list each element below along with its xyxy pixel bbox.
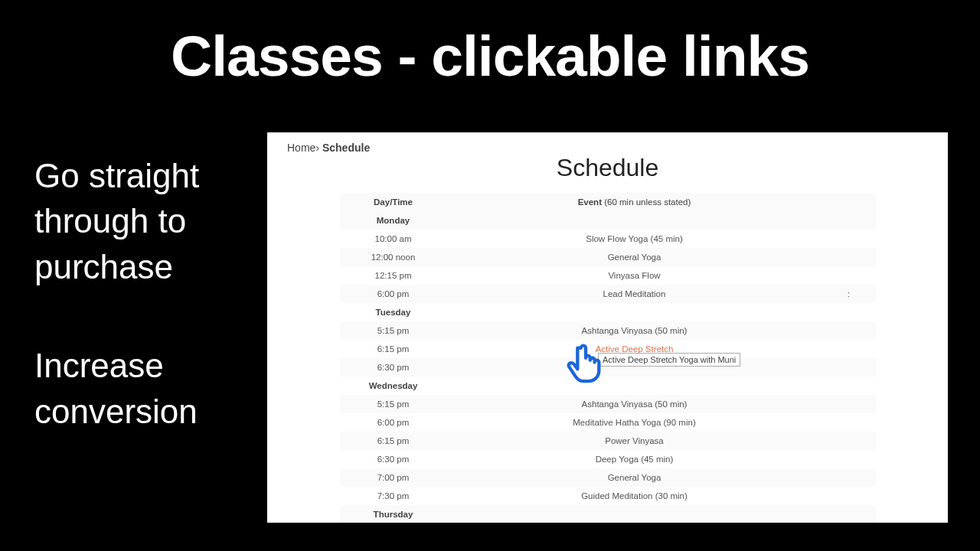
- app-screenshot: Home› Schedule Schedule Day/Time Event (…: [267, 132, 948, 523]
- marketing-copy: Go straight through to purchase Increase…: [34, 153, 199, 434]
- time-cell: Wednesday: [340, 381, 447, 390]
- time-cell: 7:00 pm: [340, 473, 447, 482]
- event-cell: General Yoga: [447, 253, 822, 262]
- slide-title: Classes - clickable links: [0, 23, 980, 89]
- cursor-hand-icon: [566, 344, 603, 383]
- table-row: 5:15 pmAshtanga Vinyasa (50 min): [340, 321, 876, 340]
- time-cell: 6:15 pm: [340, 344, 447, 354]
- breadcrumb-sep: ›: [315, 142, 319, 154]
- table-row: 6:00 pmLead Meditation:: [340, 285, 876, 303]
- breadcrumb-home[interactable]: Home: [287, 142, 315, 154]
- link-tooltip: Active Deep Stretch Yoga with Muni: [598, 353, 740, 367]
- col-daytime: Day/Time: [340, 197, 447, 207]
- breadcrumb-current: Schedule: [322, 142, 370, 154]
- time-cell: 6:15 pm: [340, 436, 447, 445]
- time-cell: Tuesday: [340, 308, 447, 317]
- event-cell: Meditative Hatha Yoga (90 min): [447, 418, 822, 427]
- col-event: Event (60 min unless stated): [447, 197, 822, 207]
- page-title: Schedule: [267, 154, 948, 182]
- event-cell: Slow Flow Yoga (45 min): [447, 234, 822, 243]
- breadcrumb: Home› Schedule: [267, 132, 948, 154]
- day-heading-row: Tuesday: [340, 303, 876, 321]
- table-row: 12:00 noonGeneral Yoga: [340, 248, 876, 266]
- event-cell: Ashtanga Vinyasa (50 min): [447, 399, 822, 409]
- time-cell: 6:00 pm: [340, 418, 447, 427]
- time-cell: 10:00 am: [340, 234, 447, 243]
- copy-line: through to: [34, 198, 199, 243]
- day-heading-row: Thursday: [340, 505, 876, 523]
- copy-line: Increase: [34, 343, 199, 388]
- day-heading-row: Monday: [340, 211, 876, 230]
- table-row: 6:15 pmPower Vinyasa: [340, 432, 876, 450]
- table-row: 6:00 pmMeditative Hatha Yoga (90 min): [340, 413, 876, 432]
- time-cell: Monday: [340, 216, 447, 225]
- event-cell: General Yoga: [447, 473, 822, 482]
- table-row: 7:00 pmGeneral Yoga: [340, 468, 876, 487]
- time-cell: Thursday: [340, 510, 447, 519]
- table-header: Day/Time Event (60 min unless stated): [340, 193, 876, 211]
- table-row: 12:15 pmVinyasa Flow: [340, 266, 876, 285]
- table-row: 7:30 pmGuided Meditation (30 min): [340, 487, 876, 505]
- event-cell: Ashtanga Vinyasa (50 min): [447, 326, 822, 335]
- copy-line: Go straight: [34, 153, 199, 198]
- event-cell: Vinyasa Flow: [447, 271, 822, 280]
- time-cell: 6:30 pm: [340, 363, 447, 372]
- event-cell: Deep Yoga (45 min): [447, 455, 822, 464]
- table-row: 6:30 pmDeep Yoga (45 min): [340, 450, 876, 468]
- time-cell: 12:15 pm: [340, 271, 447, 280]
- time-cell: 6:30 pm: [340, 455, 447, 464]
- time-cell: 5:15 pm: [340, 326, 447, 335]
- time-cell: 5:15 pm: [340, 399, 447, 409]
- copy-line: conversion: [34, 389, 199, 434]
- extra-cell: :: [822, 289, 876, 298]
- day-heading-row: Wednesday: [340, 377, 876, 395]
- time-cell: 7:30 pm: [340, 491, 447, 500]
- time-cell: 12:00 noon: [340, 253, 447, 262]
- table-row: 10:00 amSlow Flow Yoga (45 min): [340, 230, 876, 248]
- event-cell: Guided Meditation (30 min): [447, 491, 822, 500]
- copy-line: purchase: [34, 244, 199, 289]
- time-cell: 6:00 pm: [340, 289, 447, 298]
- event-cell: Lead Meditation: [447, 289, 822, 298]
- event-cell: Power Vinyasa: [447, 436, 822, 445]
- table-row: 5:15 pmAshtanga Vinyasa (50 min): [340, 395, 876, 413]
